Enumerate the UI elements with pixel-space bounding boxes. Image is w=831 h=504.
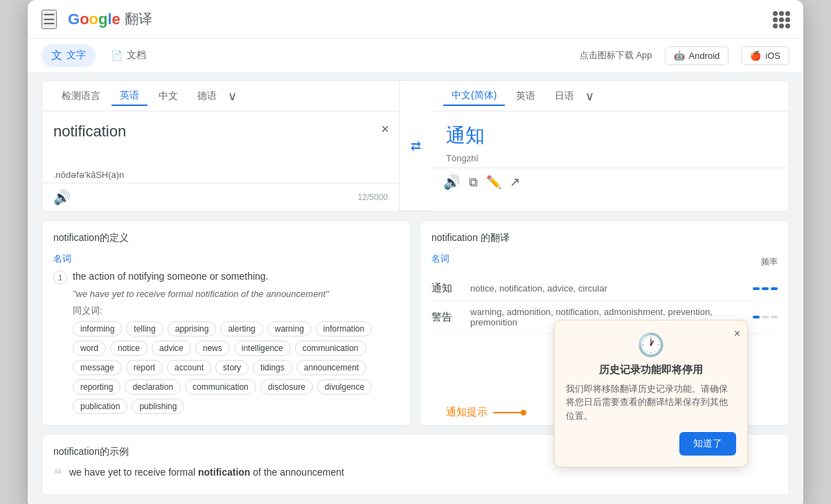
- freq-dots: [753, 316, 778, 318]
- arrow-dot: [521, 410, 526, 415]
- trans-pos-row: 名词 频率: [431, 253, 778, 271]
- synonym-tag[interactable]: disclosure: [260, 379, 313, 395]
- synonym-tag[interactable]: informing: [73, 321, 122, 336]
- header: ☰ Google 翻译: [28, 0, 803, 39]
- english-target-btn[interactable]: 英语: [508, 87, 544, 105]
- source-audio-row: 🔊 12/5000: [42, 183, 399, 211]
- result-audio-btn[interactable]: 🔊: [443, 174, 461, 190]
- synonyms-tags: informingtellingapprisingalertingwarning…: [73, 321, 400, 414]
- more-source-langs-btn[interactable]: ∨: [228, 89, 237, 104]
- annotation-arrow: [493, 410, 526, 415]
- apps-icon[interactable]: [773, 11, 789, 28]
- synonym-tag[interactable]: publication: [73, 399, 127, 414]
- google-logo: Google: [68, 10, 120, 28]
- more-target-langs-btn[interactable]: ∨: [585, 89, 594, 104]
- example-bold: notification: [198, 467, 250, 478]
- synonyms-label: 同义词:: [73, 305, 400, 317]
- synonym-tag[interactable]: reporting: [73, 379, 120, 395]
- def-example: "we have yet to receive formal notificat…: [73, 289, 400, 299]
- popup-close-btn[interactable]: ×: [734, 327, 740, 340]
- synonym-tag[interactable]: warning: [267, 321, 312, 336]
- synonym-tag[interactable]: declaration: [125, 379, 181, 395]
- result-phonetic: Tōngzhī: [432, 152, 789, 165]
- doc-icon: 📄: [111, 50, 123, 61]
- synonym-tag[interactable]: news: [195, 341, 230, 356]
- synonym-tag[interactable]: report: [126, 360, 163, 375]
- download-hint: 点击图标下载 App: [580, 49, 652, 62]
- synonym-tag[interactable]: alerting: [220, 321, 262, 336]
- copy-btn[interactable]: ⧉: [469, 174, 478, 190]
- synonym-tag[interactable]: divulgence: [317, 379, 372, 395]
- german-source-btn[interactable]: 德语: [189, 87, 225, 105]
- popup-body: 我们即将移除翻译历史记录功能。请确保将您日后需要查看的翻译结果保存到其他位置。: [566, 382, 736, 423]
- english-source-btn[interactable]: 英语: [111, 87, 148, 106]
- synonym-tag[interactable]: announcement: [296, 360, 366, 375]
- synonym-tag[interactable]: communication: [295, 341, 366, 356]
- synonym-tag[interactable]: publishing: [132, 399, 184, 414]
- definition-pos: 名词: [53, 253, 400, 265]
- popup-icon: 🕐: [566, 332, 736, 358]
- left-panel: 检测语言 英语 中文 德语 ∨ notification × .nōdəfə'k…: [42, 81, 400, 211]
- translation-title: notification 的翻译: [431, 232, 510, 244]
- menu-icon[interactable]: ☰: [42, 10, 57, 29]
- swap-langs-btn[interactable]: ⇄: [411, 138, 421, 154]
- example-text: we have yet to receive formal notificati…: [69, 467, 344, 478]
- synonym-tag[interactable]: tidings: [253, 360, 292, 375]
- translation-pos: 名词: [431, 253, 449, 265]
- synonym-tag[interactable]: word: [73, 341, 106, 356]
- popup-ok-btn[interactable]: 知道了: [679, 432, 736, 456]
- definition-title: notification的定义: [53, 232, 400, 244]
- japanese-btn[interactable]: 日语: [546, 87, 582, 105]
- main-content: 检测语言 英语 中文 德语 ∨ notification × .nōdəfə'k…: [28, 80, 803, 504]
- clear-btn[interactable]: ×: [381, 121, 389, 137]
- share-btn[interactable]: ↗: [510, 174, 520, 190]
- freq-label: 频率: [761, 256, 778, 268]
- logo-text: 翻译: [125, 10, 152, 28]
- annotation-container: 通知提示: [446, 406, 526, 419]
- synonym-tag[interactable]: notice: [110, 341, 148, 356]
- synonym-tag[interactable]: communication: [185, 379, 256, 395]
- chinese-simplified-btn[interactable]: 中文(简体): [443, 87, 505, 106]
- chinese-source-btn[interactable]: 中文: [150, 87, 186, 105]
- quote-mark: ❝: [53, 467, 62, 483]
- trans-header: notification 的翻译: [431, 232, 778, 253]
- synonym-tag[interactable]: information: [316, 321, 372, 336]
- def-text: the action of notifying someone or somet…: [73, 271, 269, 282]
- example-after: of the announcement: [250, 467, 343, 478]
- translation-row: 通知notice, notification, advice, circular: [431, 276, 778, 301]
- translate-area: 检测语言 英语 中文 德语 ∨ notification × .nōdəfə'k…: [42, 80, 789, 212]
- synonym-tag[interactable]: intelligence: [234, 341, 291, 356]
- synonym-tag[interactable]: account: [167, 360, 211, 375]
- android-icon: 🤖: [674, 51, 685, 61]
- arrow-line: [493, 412, 521, 413]
- source-audio-btn[interactable]: 🔊: [53, 189, 71, 206]
- definition-section: notification的定义 名词 1 the action of notif…: [42, 220, 411, 426]
- synonym-tag[interactable]: message: [73, 360, 122, 375]
- synonym-tag[interactable]: apprising: [168, 321, 217, 336]
- example-before: we have yet to receive formal: [69, 467, 198, 478]
- example-quote: ❝ we have yet to receive formal notifica…: [53, 467, 778, 483]
- input-area: notification ×: [42, 111, 399, 167]
- tab-document[interactable]: 📄 文档: [101, 45, 156, 66]
- swap-area: ⇄: [400, 81, 432, 211]
- apple-icon: 🍎: [750, 51, 761, 61]
- char-count: 12/5000: [358, 192, 388, 202]
- result-text: 通知: [432, 111, 789, 152]
- tab-text[interactable]: 文 文字: [42, 44, 96, 67]
- synonym-tag[interactable]: story: [215, 360, 249, 375]
- logo: Google 翻译: [68, 10, 152, 28]
- freq-dots: [753, 287, 778, 290]
- source-phonetic: .nōdəfə'kāSH(a)n: [42, 167, 399, 183]
- android-btn[interactable]: 🤖 Android: [665, 46, 729, 65]
- popup-title: 历史记录功能即将停用: [566, 363, 736, 377]
- trans-synonyms: notice, notification, advice, circular: [470, 283, 753, 294]
- edit-btn[interactable]: ✏️: [486, 174, 501, 190]
- right-panel: 中文(简体) 英语 日语 ∨ 通知 Tōngzhī 🔊 ⧉ ✏️ ↗: [432, 81, 789, 211]
- source-text[interactable]: notification: [53, 123, 388, 141]
- ios-btn[interactable]: 🍎 iOS: [741, 46, 789, 65]
- detect-lang-btn[interactable]: 检测语言: [53, 87, 109, 105]
- result-actions: 🔊 ⧉ ✏️ ↗: [432, 168, 789, 196]
- synonym-tag[interactable]: advice: [152, 341, 191, 356]
- synonym-tag[interactable]: telling: [126, 321, 163, 336]
- bottom-wrap: notification的定义 名词 1 the action of notif…: [42, 220, 789, 495]
